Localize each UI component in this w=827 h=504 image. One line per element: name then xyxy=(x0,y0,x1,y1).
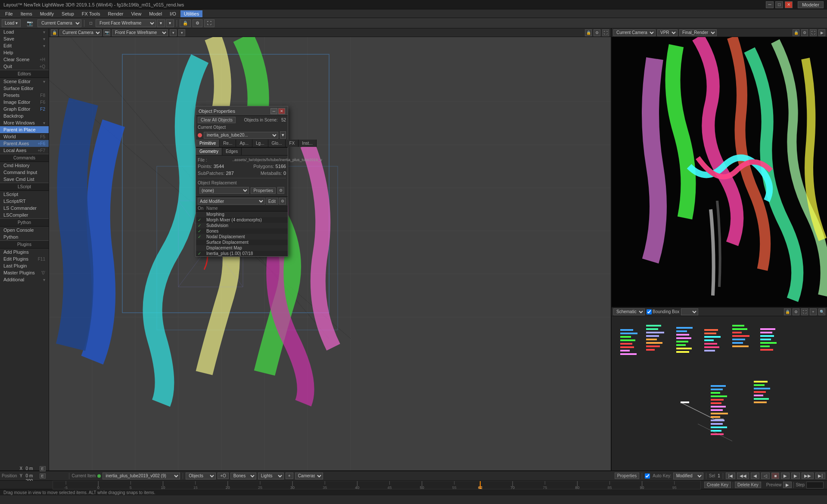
current-object-select[interactable]: inertia_plus_tube20... xyxy=(204,132,278,139)
schematic-extra-select[interactable] xyxy=(681,308,698,315)
mod-morph-mixer[interactable]: ✓ Morph Mixer (4 endomorphs) xyxy=(196,217,288,223)
sidebar-surface-editor[interactable]: Surface Editor xyxy=(0,85,49,92)
timeline-ruler[interactable]: -5 0 5 10 15 20 25 30 35 40 45 xyxy=(53,481,701,489)
bounding-box-checkbox[interactable] xyxy=(647,309,652,314)
tb-down2[interactable]: ▾ xyxy=(166,19,174,27)
tab-lg[interactable]: Lg... xyxy=(252,140,268,147)
menu-file[interactable]: File xyxy=(2,10,16,17)
sidebar-lscompiler[interactable]: LSCompiler xyxy=(0,212,49,218)
vp-icon1[interactable]: 🔒 xyxy=(585,29,592,36)
sidebar-graph-editor[interactable]: Graph Editor F2 xyxy=(0,106,49,112)
pb-start[interactable]: |◀ xyxy=(726,473,736,479)
current-item-select[interactable]: inertia_plus_tube2019_v002 (9) xyxy=(103,473,180,479)
x-e-btn[interactable]: E xyxy=(40,466,46,471)
render-mode-select[interactable]: Final_Render xyxy=(679,29,717,36)
sidebar-add-plugins[interactable]: Add Plugins xyxy=(0,249,49,255)
sidebar-load[interactable]: Load ▾ xyxy=(0,28,49,35)
menu-render[interactable]: Render xyxy=(104,10,127,17)
tab-primitive[interactable]: Primitive xyxy=(196,140,220,147)
maximize-btn[interactable]: □ xyxy=(775,1,783,8)
replacement-icon[interactable]: ⚙ xyxy=(277,187,284,194)
bones-select[interactable]: Bones xyxy=(230,473,256,479)
schematic-icon2[interactable]: ⚙ xyxy=(793,308,799,315)
vp-mode-select[interactable]: Front Face Wireframe xyxy=(112,29,168,36)
sidebar-parent-in-place[interactable]: Parent in Place xyxy=(0,126,49,133)
subtab-edges[interactable]: Edges xyxy=(222,148,242,155)
mod-disp-map[interactable]: Displacement Map xyxy=(196,245,288,251)
view-mode-select[interactable]: Front Face Wireframe xyxy=(96,19,156,27)
sidebar-scene-editor[interactable]: Scene Editor ▾ xyxy=(0,78,49,85)
sidebar-local-axes[interactable]: Local Axes +F7 xyxy=(0,147,49,154)
sidebar-edit[interactable]: Edit ▾ xyxy=(0,42,49,49)
menu-items[interactable]: Items xyxy=(17,10,36,17)
vp-lock-icon[interactable]: 🔒 xyxy=(51,29,58,36)
menu-model[interactable]: Model xyxy=(146,10,165,17)
minimize-btn[interactable]: ─ xyxy=(766,1,774,8)
tab-re[interactable]: Re... xyxy=(220,140,236,147)
pb-next10[interactable]: ▶▶ xyxy=(802,473,814,479)
pb-prev1[interactable]: ◀ xyxy=(751,473,759,479)
pb-next1[interactable]: ▶ xyxy=(791,473,800,479)
viewport-main[interactable]: 🔒 Current Camera 📷 Front Face Wireframe … xyxy=(49,28,612,470)
dialog-minimize[interactable]: ─ xyxy=(270,108,277,114)
schematic-icon1[interactable]: 🔒 xyxy=(784,308,791,315)
sidebar-world-axes[interactable]: World F5 xyxy=(0,133,49,140)
clear-all-objects-btn[interactable]: Clear All Objects xyxy=(198,117,236,123)
tb-max[interactable]: ⛶ xyxy=(204,19,215,27)
menu-fxtools[interactable]: FX Tools xyxy=(78,10,104,17)
subtab-geometry[interactable]: Geometry xyxy=(196,148,222,155)
camera-select[interactable]: Current Camera xyxy=(37,19,81,27)
properties-btn[interactable]: Properties xyxy=(251,187,276,194)
sidebar-parent-axes[interactable]: Parent Axes +F6 xyxy=(0,140,49,147)
sidebar-save[interactable]: Save ▾ xyxy=(0,35,49,42)
render-icon4[interactable]: ▶ xyxy=(818,29,825,36)
menu-utilities[interactable]: Utilities xyxy=(180,10,202,17)
sidebar-edit-plugins[interactable]: Edit Plugins F11 xyxy=(0,255,49,262)
lights-expand-btn[interactable]: + xyxy=(286,473,293,479)
schematic-icon3[interactable]: ⛶ xyxy=(801,308,808,315)
auto-key-checkbox[interactable] xyxy=(645,473,650,479)
tab-inst[interactable]: Inst... xyxy=(298,140,316,147)
mod-bones[interactable]: ✓ Bones xyxy=(196,228,288,234)
edit-btn[interactable]: Edit xyxy=(266,198,278,205)
lights-select[interactable]: Lights xyxy=(258,473,284,479)
objects-expand-btn[interactable]: +O xyxy=(218,473,229,479)
vp-camera-select[interactable]: Current Camera xyxy=(59,29,102,36)
sidebar-backdrop[interactable]: Backdrop xyxy=(0,112,49,119)
sidebar-save-cmd[interactable]: Save Cmd List xyxy=(0,176,49,183)
sidebar-additional[interactable]: Additional ▾ xyxy=(0,276,49,283)
sidebar-image-editor[interactable]: Image Editor F6 xyxy=(0,99,49,106)
pb-play-back[interactable]: ◁ xyxy=(761,473,770,479)
menu-io[interactable]: I/O xyxy=(166,10,180,17)
pb-play[interactable]: ▶ xyxy=(781,473,790,479)
viewport-schematic[interactable]: Schematic Bounding Box 🔒 ⚙ ⛶ xyxy=(612,307,827,470)
render-icon3[interactable]: ⛶ xyxy=(810,29,817,36)
modifier-icon[interactable]: ⚙ xyxy=(279,198,286,205)
cameras-select[interactable]: Cameras xyxy=(295,473,323,479)
vp-down2[interactable]: ▾ xyxy=(178,29,185,36)
vp-icon2[interactable]: ⚙ xyxy=(594,29,600,36)
y-e-btn[interactable]: E xyxy=(40,473,46,479)
pb-prev10[interactable]: ◀◀ xyxy=(737,473,749,479)
tab-glo[interactable]: Glo... xyxy=(268,140,286,147)
sidebar-quit[interactable]: Quit +Q xyxy=(0,63,49,70)
mod-nodal[interactable]: ✓ Nodal Displacement xyxy=(196,234,288,240)
close-btn[interactable]: ✕ xyxy=(785,1,793,8)
sidebar-lscript[interactable]: LScript xyxy=(0,191,49,198)
properties-btn-bar[interactable]: Properties xyxy=(615,473,640,479)
render-camera-select[interactable]: Current Camera xyxy=(613,29,656,36)
tb-down1[interactable]: ▾ xyxy=(157,19,165,27)
render-vpr-select[interactable]: VPR xyxy=(657,29,678,36)
mod-subdivision[interactable]: ✓ Subdivision xyxy=(196,223,288,228)
replacement-select[interactable]: (none) xyxy=(199,187,249,194)
objects-select[interactable]: Objects xyxy=(186,473,216,479)
preview-play-btn[interactable]: ▶ xyxy=(783,482,792,488)
pb-end[interactable]: ▶| xyxy=(815,473,825,479)
delete-key-btn[interactable]: Delete Key xyxy=(735,482,761,488)
sidebar-command-input[interactable]: Command Input xyxy=(0,169,49,176)
render-icon2[interactable]: ⚙ xyxy=(801,29,808,36)
menu-setup[interactable]: Setup xyxy=(58,10,78,17)
sidebar-lscript-rt[interactable]: LScript/RT xyxy=(0,198,49,205)
schematic-icon5[interactable]: 🔍 xyxy=(818,308,825,315)
obj-arrow-btn[interactable]: ▾ xyxy=(280,131,286,139)
